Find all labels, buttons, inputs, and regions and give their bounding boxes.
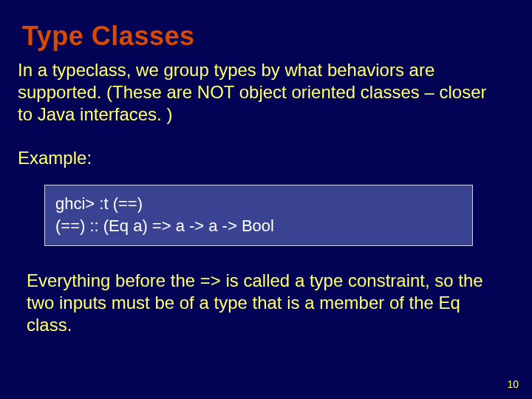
intro-paragraph: In a typeclass, we group types by what b… (0, 52, 532, 126)
example-label: Example: (0, 126, 532, 168)
code-line-2: (==) :: (Eq a) => a -> a -> Bool (55, 215, 462, 237)
code-block: ghci> :t (==) (==) :: (Eq a) => a -> a -… (44, 185, 473, 246)
slide: Type Classes In a typeclass, we group ty… (0, 0, 532, 399)
slide-title: Type Classes (0, 0, 532, 52)
code-line-1: ghci> :t (==) (55, 193, 462, 215)
page-number: 10 (507, 378, 519, 390)
explanation-paragraph: Everything before the => is called a typ… (0, 246, 532, 336)
